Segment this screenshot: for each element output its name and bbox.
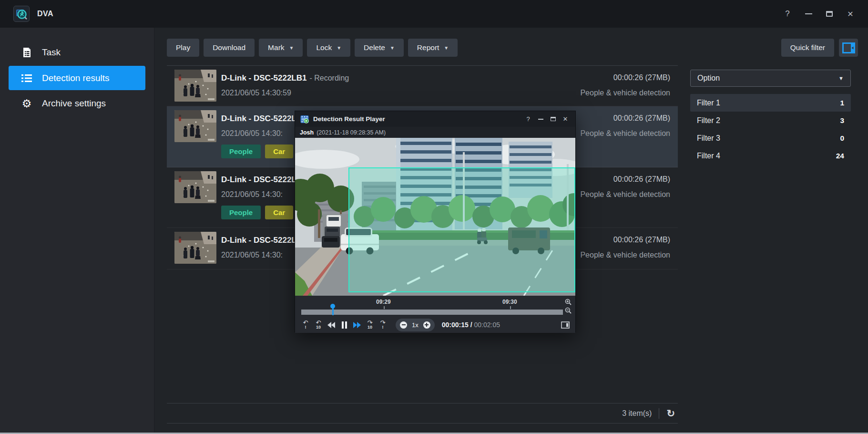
- result-meta: 00:00:26 (27MB) People & vehicle detecti…: [580, 171, 670, 199]
- maximize-icon: [826, 11, 833, 17]
- filter-row-3[interactable]: Filter 3 0: [690, 129, 851, 147]
- lock-dropdown-button[interactable]: Lock▼: [307, 39, 350, 57]
- fast-forward-button[interactable]: [352, 318, 362, 331]
- rewind-button[interactable]: [327, 318, 336, 331]
- mark-dropdown-button[interactable]: Mark▼: [259, 39, 303, 57]
- player-user: Josh: [300, 129, 314, 136]
- dva-app-window: DVA ? ✕ Task: [0, 0, 868, 434]
- dialog-help-button[interactable]: ?: [522, 114, 534, 125]
- sidebar-item-detection-results[interactable]: Detection results: [9, 66, 145, 90]
- help-button[interactable]: ?: [780, 7, 795, 21]
- people-tag: People: [221, 145, 261, 158]
- caret-down-icon: ▼: [337, 45, 341, 51]
- playback-time: 00:00:15 / 00:02:05: [442, 321, 500, 329]
- report-dropdown-button[interactable]: Report▼: [408, 39, 458, 57]
- people-tag: People: [221, 206, 261, 219]
- player-user-bar: Josh (2021-11-18 09:28:35 AM): [295, 127, 575, 138]
- filter-label: Filter 4: [697, 152, 720, 160]
- detection-result-player-dialog: Detection Result Player ? ✕ Josh (2021-1…: [295, 111, 576, 332]
- list-icon: [21, 74, 32, 83]
- minimize-button[interactable]: [801, 7, 816, 21]
- result-row[interactable]: D-Link - DSC-5222LB1- Recording 2021/06/…: [167, 66, 678, 106]
- result-meta: 00:00:26 (27MB) People & vehicle detecti…: [580, 70, 670, 97]
- toolbar: Play Download Mark▼ Lock▼ Delete▼ Report…: [167, 39, 858, 57]
- dialog-titlebar[interactable]: Detection Result Player ? ✕: [295, 111, 575, 127]
- option-dropdown-label: Option: [697, 74, 720, 83]
- minimize-icon: [805, 13, 812, 15]
- pause-button[interactable]: [339, 318, 349, 331]
- result-info: D-Link - DSC-5222LB1- Recording 2021/06/…: [221, 70, 580, 97]
- result-thumbnail[interactable]: [174, 171, 216, 203]
- result-duration: 00:00:26 (27MB): [580, 73, 670, 82]
- sidebar-item-label: Detection results: [42, 73, 110, 83]
- total-time: 00:02:05: [474, 321, 500, 329]
- option-dropdown[interactable]: Option ▼: [690, 70, 851, 87]
- zoom-out-icon: [565, 307, 572, 314]
- timeline-track[interactable]: [301, 310, 563, 315]
- caret-down-icon: ▼: [444, 45, 449, 51]
- play-button[interactable]: Play: [167, 39, 199, 57]
- car-tag: Car: [265, 145, 293, 158]
- playback-speed-control: 1x: [396, 319, 435, 331]
- quick-filter-button[interactable]: Quick filter: [781, 39, 834, 57]
- filter-row-2[interactable]: Filter 2 3: [690, 112, 851, 129]
- timeline-tick: [384, 306, 385, 309]
- result-thumbnail[interactable]: [174, 70, 216, 102]
- result-detection-type: People & vehicle detection: [580, 89, 670, 97]
- next-event-button[interactable]: ↷ !: [378, 318, 388, 331]
- video-frame[interactable]: [295, 138, 575, 296]
- timeline-tick: [510, 306, 511, 309]
- result-duration: 00:00:26 (27MB): [580, 114, 670, 123]
- filter-count: 0: [840, 134, 844, 143]
- timeline-time-label: 09:30: [502, 299, 517, 305]
- result-thumbnail[interactable]: [174, 232, 216, 264]
- camera-name: D-Link - DSC-5222LB1: [221, 175, 306, 184]
- toggle-filter-panel-button[interactable]: [839, 39, 858, 57]
- dialog-title: Detection Result Player: [313, 115, 385, 123]
- speed-increase-button[interactable]: [423, 321, 430, 329]
- maximize-button[interactable]: [822, 7, 837, 21]
- dialog-maximize-button[interactable]: [547, 114, 559, 125]
- timeline-zoom-out-button[interactable]: [564, 307, 572, 314]
- sidebar-item-task[interactable]: Task: [0, 40, 154, 65]
- sidebar-item-archive-settings[interactable]: ⚙ Archive settings: [0, 91, 154, 116]
- dva-app-icon: [13, 6, 30, 22]
- titlebar: DVA ? ✕: [0, 0, 868, 28]
- caret-down-icon: ▼: [289, 45, 294, 51]
- caret-down-icon: ▼: [390, 45, 395, 51]
- panel-toggle-icon: [561, 321, 570, 329]
- download-button[interactable]: Download: [204, 39, 255, 57]
- filter-label: Filter 3: [697, 134, 720, 143]
- sidebar: Task Detection results ⚙ Archive setting…: [0, 28, 154, 434]
- app-title: DVA: [37, 10, 53, 18]
- result-duration: 00:00:26 (27MB): [580, 236, 670, 244]
- playhead-stem: [332, 308, 334, 315]
- close-button[interactable]: ✕: [843, 7, 858, 21]
- camera-name: D-Link - DSC-5222LB1: [221, 73, 306, 83]
- timeline-zoom-in-button[interactable]: [564, 298, 572, 306]
- previous-event-button[interactable]: ↶ !: [301, 318, 310, 331]
- list-footer: 3 item(s) ↻: [167, 403, 678, 424]
- playhead-handle[interactable]: [330, 304, 335, 309]
- sidebar-item-label: Archive settings: [42, 98, 106, 109]
- player-user-timestamp: (2021-11-18 09:28:35 AM): [317, 129, 386, 136]
- filter-count: 1: [840, 99, 844, 107]
- result-meta: 00:00:26 (27MB) People & vehicle detecti…: [580, 232, 670, 259]
- delete-dropdown-button[interactable]: Delete▼: [355, 39, 404, 57]
- refresh-button[interactable]: ↻: [666, 408, 675, 419]
- filter-row-4[interactable]: Filter 4 24: [690, 147, 851, 165]
- speed-value: 1x: [412, 321, 419, 329]
- timeline-time-label: 09:29: [376, 299, 391, 305]
- result-thumbnail[interactable]: [174, 110, 216, 142]
- filter-panel: Option ▼ Filter 1 1 Filter 2 3 Filter 3 …: [690, 70, 851, 165]
- player-timeline[interactable]: 09:29 09:30: [295, 296, 575, 317]
- recording-label: - Recording: [309, 74, 349, 82]
- skip-back-10-button[interactable]: ↶ 10: [314, 318, 323, 331]
- skip-forward-10-button[interactable]: ↷ 10: [365, 318, 375, 331]
- dialog-minimize-button[interactable]: [534, 114, 547, 125]
- speed-decrease-button[interactable]: [400, 321, 407, 329]
- pause-icon: [345, 321, 347, 329]
- player-panel-toggle-button[interactable]: [561, 321, 570, 329]
- filter-row-1[interactable]: Filter 1 1: [690, 94, 851, 112]
- dialog-close-button[interactable]: ✕: [559, 114, 572, 125]
